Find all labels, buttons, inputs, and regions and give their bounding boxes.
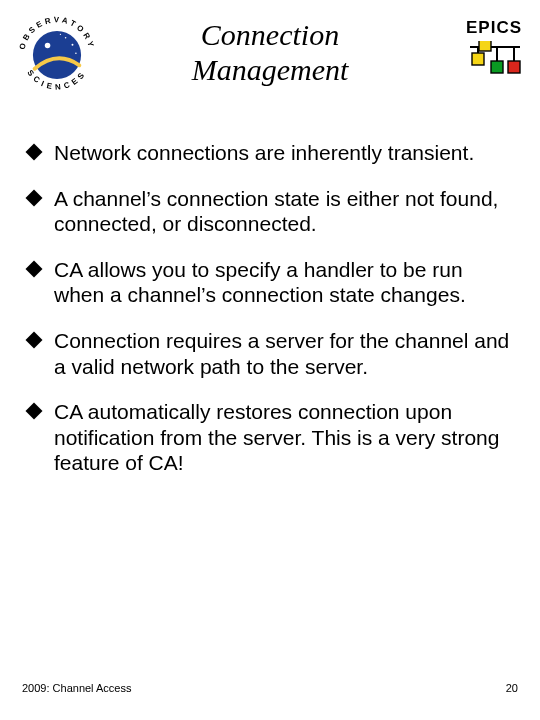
- footer-page-number: 20: [506, 682, 518, 694]
- svg-rect-15: [491, 61, 503, 73]
- bullet-icon: [26, 144, 43, 161]
- slide-header: Connection Management: [120, 18, 420, 87]
- epics-block: EPICS: [466, 18, 524, 79]
- title-line-2: Management: [192, 53, 349, 86]
- svg-rect-13: [479, 41, 491, 51]
- list-item: Connection requires a server for the cha…: [28, 328, 516, 379]
- bullet-text: Connection requires a server for the cha…: [54, 328, 516, 379]
- slide-title: Connection Management: [120, 18, 420, 87]
- epics-icon: [466, 41, 524, 79]
- title-line-1: Connection: [201, 18, 339, 51]
- svg-rect-16: [508, 61, 520, 73]
- bullet-icon: [26, 189, 43, 206]
- bullet-icon: [26, 332, 43, 349]
- bullet-text: CA automatically restores connection upo…: [54, 399, 516, 476]
- bullet-icon: [26, 260, 43, 277]
- list-item: CA automatically restores connection upo…: [28, 399, 516, 476]
- svg-point-7: [60, 34, 61, 35]
- bullet-text: CA allows you to specify a handler to be…: [54, 257, 516, 308]
- bullet-text: Network connections are inherently trans…: [54, 140, 474, 166]
- svg-point-3: [45, 43, 51, 49]
- list-item: Network connections are inherently trans…: [28, 140, 516, 166]
- footer-left: 2009: Channel Access: [22, 682, 131, 694]
- bullet-icon: [26, 403, 43, 420]
- svg-point-6: [75, 53, 77, 55]
- list-item: A channel’s connection state is either n…: [28, 186, 516, 237]
- bullet-list: Network connections are inherently trans…: [28, 140, 516, 496]
- epics-label: EPICS: [466, 18, 524, 38]
- bullet-text: A channel’s connection state is either n…: [54, 186, 516, 237]
- slide-footer: 2009: Channel Access 20: [22, 682, 518, 694]
- svg-point-2: [33, 31, 81, 79]
- slide: OBSERVATORY SCIENCES Connection Manageme…: [0, 0, 540, 720]
- svg-rect-14: [472, 53, 484, 65]
- svg-point-4: [72, 44, 74, 46]
- observatory-sciences-logo: OBSERVATORY SCIENCES: [14, 12, 100, 98]
- svg-point-5: [65, 37, 67, 39]
- list-item: CA allows you to specify a handler to be…: [28, 257, 516, 308]
